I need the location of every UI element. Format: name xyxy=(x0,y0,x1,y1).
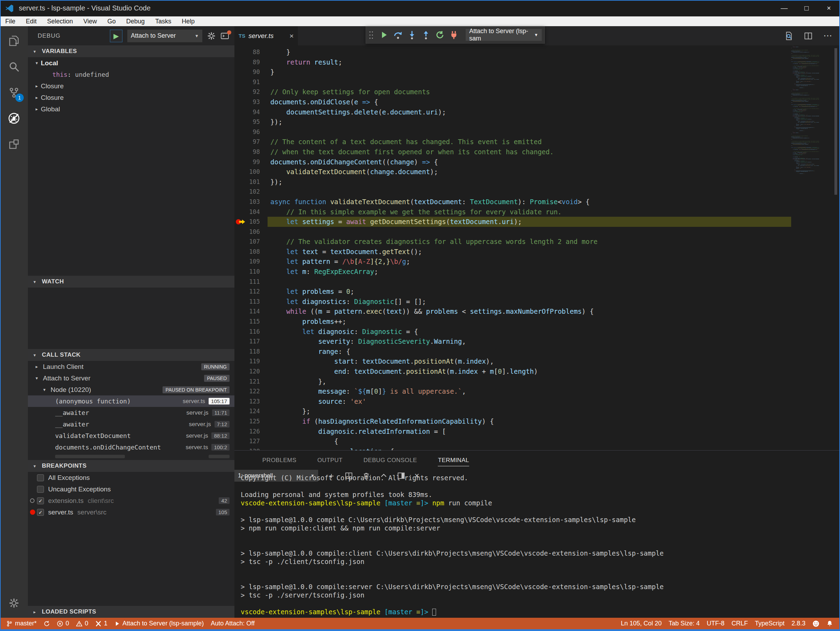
debug-console-button[interactable] xyxy=(221,32,229,40)
section-header-watch[interactable]: ▾ WATCH xyxy=(28,276,234,288)
continue-button[interactable] xyxy=(377,28,391,42)
code-line[interactable]: 91 xyxy=(234,77,840,87)
line-number[interactable]: 96 xyxy=(234,127,260,137)
code-line[interactable]: 117 severity: DiagnosticSeverity.Warning… xyxy=(234,337,840,346)
line-number[interactable]: 120 xyxy=(234,367,260,376)
line-number[interactable]: 109 xyxy=(234,256,260,267)
status-feedback[interactable] xyxy=(809,618,823,629)
status-version[interactable]: 2.8.3 xyxy=(788,618,809,629)
line-number[interactable]: 117 xyxy=(234,337,260,346)
line-number[interactable]: 91 xyxy=(234,77,260,87)
status-git-branch[interactable]: master* xyxy=(3,618,40,629)
code-line[interactable]: 123 source: 'ex' xyxy=(234,397,840,406)
code-line[interactable]: 107 // The validator creates diagnostics… xyxy=(234,237,840,247)
launch-config-select[interactable]: Attach to Server ▼ xyxy=(127,30,202,42)
section-header-call-stack[interactable]: ▾ CALL STACK xyxy=(28,349,234,361)
panel-tab-problems[interactable]: PROBLEMS xyxy=(262,451,297,470)
line-number[interactable]: 122 xyxy=(234,386,260,397)
section-header-loaded-scripts[interactable]: ▸ LOADED SCRIPTS xyxy=(28,606,234,618)
more-actions-icon[interactable]: ⋯ xyxy=(823,30,833,41)
code-line[interactable]: 122 message: `${m[0]} is all uppercase.`… xyxy=(234,386,840,397)
code-line[interactable]: 108 let text = textDocument.getText(); xyxy=(234,247,840,257)
code-line[interactable]: 113 let diagnostics: Diagnostic[] = []; xyxy=(234,297,840,307)
code-line[interactable]: 96 xyxy=(234,127,840,137)
code-line[interactable]: 118 range: { xyxy=(234,346,840,357)
status-encoding[interactable]: UTF-8 xyxy=(703,618,728,629)
menu-file[interactable]: File xyxy=(0,16,21,26)
activity-settings[interactable] xyxy=(0,593,28,614)
code-line[interactable]: 97// The content of a text document has … xyxy=(234,137,840,147)
breakpoint-row[interactable]: ✓extension.tsclient\src42 xyxy=(28,495,234,506)
code-line[interactable]: 109 let pattern = /\b[A-Z]{2,}\b/g; xyxy=(234,256,840,267)
status-auto-attach[interactable]: Auto Attach: Off xyxy=(207,618,258,629)
drag-grip-icon[interactable] xyxy=(369,30,374,40)
activity-extensions[interactable] xyxy=(0,131,28,157)
line-number[interactable]: 99 xyxy=(234,157,260,167)
menu-go[interactable]: Go xyxy=(102,16,121,26)
breakpoint-row[interactable]: All Exceptions xyxy=(28,472,234,483)
breakpoint-row[interactable]: ✓server.tsserver\src105 xyxy=(28,506,234,518)
code-line[interactable]: 125 if (hasDiagnosticRelatedInformationC… xyxy=(234,416,840,427)
call-stack-row[interactable]: ▸Launch ClientRUNNING xyxy=(28,361,234,372)
line-number[interactable]: 114 xyxy=(234,307,260,316)
step-out-button[interactable] xyxy=(419,28,433,42)
variables-scope-closure[interactable]: ▸Closure xyxy=(28,80,234,92)
line-number[interactable]: 104 xyxy=(234,207,260,217)
split-editor-icon[interactable] xyxy=(804,32,813,41)
status-tasks[interactable]: 1 xyxy=(92,618,111,629)
code-line[interactable]: 112 let problems = 0; xyxy=(234,286,840,297)
variables-scope-global[interactable]: ▸Global xyxy=(28,103,234,115)
code-line[interactable]: 114 while ((m = pattern.exec(text)) && p… xyxy=(234,307,840,316)
code-line[interactable]: 121 }, xyxy=(234,376,840,387)
breakpoint-checkbox[interactable] xyxy=(37,486,44,493)
code-line[interactable]: 102 xyxy=(234,187,840,197)
code-line[interactable]: 99documents.onDidChangeContent((change) … xyxy=(234,157,840,167)
status-sync[interactable] xyxy=(40,618,54,629)
status-debug-target[interactable]: Attach to Server (lsp-sample) xyxy=(111,618,207,629)
minimize-button[interactable]: — xyxy=(773,0,795,16)
activity-explorer[interactable] xyxy=(0,28,28,54)
menu-selection[interactable]: Selection xyxy=(42,16,78,26)
variables-scope-local[interactable]: ▾Local xyxy=(28,57,234,69)
status-tab-size[interactable]: Tab Size: 4 xyxy=(665,618,703,629)
code-line[interactable]: 90} xyxy=(234,67,840,77)
code-line[interactable]: 94 documentSettings.delete(e.document.ur… xyxy=(234,107,840,117)
code-editor[interactable]: 88 }89 return result;90}9192// Only keep… xyxy=(234,45,840,450)
line-number[interactable]: 89 xyxy=(234,57,260,67)
terminal[interactable]: Copyright (C) Microsoft Corporation. All… xyxy=(241,474,837,618)
call-stack-row[interactable]: ▾Node (10220)PAUSED ON BREAKPOINT xyxy=(28,384,234,395)
code-line[interactable]: 111 xyxy=(234,277,840,287)
line-number[interactable]: 92 xyxy=(234,87,260,97)
line-number[interactable]: 93 xyxy=(234,97,260,107)
line-number[interactable]: 116 xyxy=(234,327,260,337)
panel-tab-debug-console[interactable]: DEBUG CONSOLE xyxy=(363,451,417,470)
section-header-variables[interactable]: ▾ VARIABLES xyxy=(28,45,234,57)
line-number[interactable]: 102 xyxy=(234,187,260,197)
code-line[interactable]: 124 }; xyxy=(234,406,840,416)
maximize-button[interactable]: □ xyxy=(795,0,818,16)
code-line[interactable]: 115 problems++; xyxy=(234,316,840,327)
restart-button[interactable] xyxy=(433,28,447,42)
step-into-button[interactable] xyxy=(405,28,419,42)
call-stack-frame[interactable]: (anonymous function)server.ts105:17 xyxy=(28,395,234,407)
line-number[interactable]: 112 xyxy=(234,286,260,297)
line-number[interactable]: 126 xyxy=(234,427,260,436)
call-stack-row[interactable]: ▾Attach to ServerPAUSED xyxy=(28,372,234,384)
menu-help[interactable]: Help xyxy=(177,16,200,26)
code-line[interactable]: 101}); xyxy=(234,177,840,187)
activity-debug[interactable] xyxy=(0,105,28,131)
status-errors[interactable]: 0 xyxy=(54,618,73,629)
code-line[interactable]: 116 let diagnosic: Diagnostic = { xyxy=(234,327,840,337)
line-number[interactable]: 128 xyxy=(234,446,260,450)
code-line[interactable]: 93documents.onDidClose(e => { xyxy=(234,97,840,107)
line-number[interactable]: 113 xyxy=(234,297,260,307)
call-stack-frame[interactable]: __awaiterserver.js7:12 xyxy=(28,419,234,430)
activity-search[interactable] xyxy=(0,54,28,79)
configure-gear-button[interactable] xyxy=(207,32,216,40)
close-button[interactable]: × xyxy=(818,0,840,16)
breakpoint-checkbox[interactable]: ✓ xyxy=(37,497,44,504)
menu-debug[interactable]: Debug xyxy=(121,16,150,26)
breakpoint-checkbox[interactable] xyxy=(37,474,44,481)
code-line[interactable]: 88 } xyxy=(234,47,840,57)
code-line[interactable]: 95}); xyxy=(234,117,840,127)
